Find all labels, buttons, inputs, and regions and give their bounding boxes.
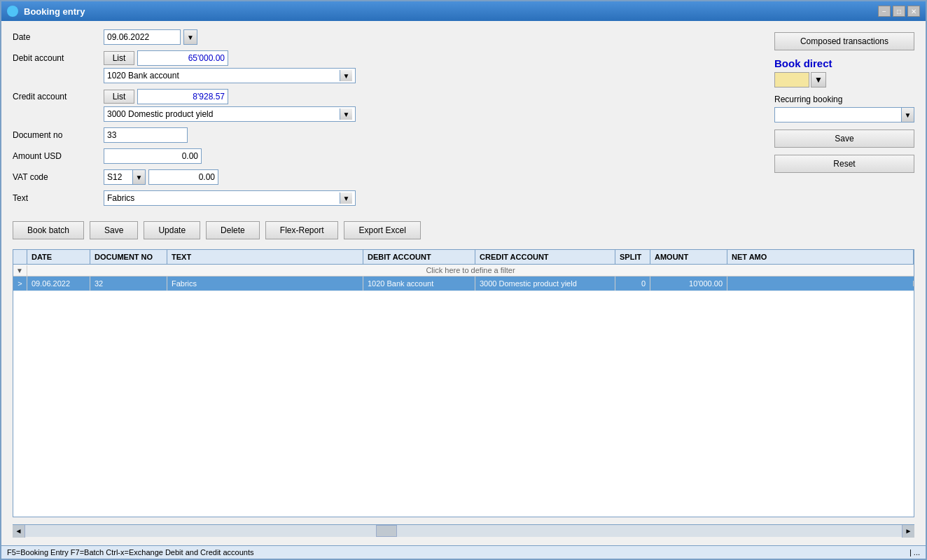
th-document-no: DOCUMENT NO bbox=[90, 250, 167, 264]
th-net-amount: NET AMO bbox=[727, 250, 914, 264]
flex-report-button[interactable]: Flex-Report bbox=[265, 221, 339, 239]
save-button[interactable]: Save bbox=[90, 221, 138, 239]
close-button[interactable]: ✕ bbox=[907, 6, 920, 17]
row-indicator: > bbox=[13, 276, 27, 290]
date-label: Date bbox=[13, 32, 104, 42]
text-value: Fabrics bbox=[107, 193, 340, 203]
minimize-button[interactable]: − bbox=[878, 6, 891, 17]
composed-transactions-button[interactable]: Composed transactions bbox=[774, 32, 914, 50]
main-window: Booking entry − □ ✕ Date ▼ bbox=[0, 0, 927, 560]
scroll-thumb[interactable] bbox=[376, 525, 397, 537]
filter-icon: ▼ bbox=[13, 265, 27, 276]
title-bar-left: Booking entry bbox=[7, 6, 85, 17]
text-label: Text bbox=[13, 193, 104, 203]
window-title: Booking entry bbox=[24, 6, 85, 17]
amount-row: Amount USD bbox=[13, 148, 760, 164]
debit-account-arrow[interactable]: ▼ bbox=[340, 70, 352, 81]
th-amount: AMOUNT bbox=[650, 250, 727, 264]
credit-amount-field[interactable] bbox=[137, 89, 228, 104]
book-direct-label: Book direct bbox=[774, 57, 914, 69]
maximize-button[interactable]: □ bbox=[893, 6, 905, 17]
cell-net-amount bbox=[727, 281, 914, 286]
status-right: | ... bbox=[909, 548, 920, 556]
debit-account-row: Debit account List 1020 Bank account ▼ bbox=[13, 50, 760, 83]
document-no-label: Document no bbox=[13, 130, 104, 140]
recurring-booking-section: Recurring booking ▼ bbox=[774, 94, 914, 122]
delete-button[interactable]: Delete bbox=[206, 221, 260, 239]
cell-debit-account: 1020 Bank account bbox=[363, 276, 475, 290]
amount-input[interactable] bbox=[104, 148, 202, 164]
date-row: Date ▼ bbox=[13, 29, 760, 45]
credit-list-button[interactable]: List bbox=[104, 90, 134, 104]
text-dropdown[interactable]: Fabrics ▼ bbox=[104, 190, 356, 206]
date-controls: ▼ bbox=[104, 29, 197, 45]
book-direct-section: Book direct ▼ bbox=[774, 57, 914, 88]
debit-list-controls: List bbox=[104, 50, 228, 66]
main-content: Date ▼ Debit account List bbox=[1, 21, 926, 545]
th-date: DATE bbox=[27, 250, 90, 264]
content-area: Date ▼ Debit account List bbox=[1, 21, 926, 545]
recurring-dropdown-arrow[interactable]: ▼ bbox=[901, 108, 914, 122]
cell-document-no: 32 bbox=[90, 276, 167, 290]
data-table: DATE DOCUMENT NO TEXT DEBIT ACCOUNT CRED… bbox=[13, 249, 914, 517]
form-area: Date ▼ Debit account List bbox=[13, 29, 914, 211]
text-arrow[interactable]: ▼ bbox=[340, 192, 352, 204]
status-text: F5=Booking Entry F7=Batch Ctrl-x=Exchang… bbox=[7, 548, 254, 556]
date-input[interactable] bbox=[104, 29, 181, 45]
horizontal-scrollbar: ◄ ► bbox=[13, 524, 914, 537]
credit-account-value: 3000 Domestic product yield bbox=[107, 109, 340, 119]
vat-code-arrow[interactable]: ▼ bbox=[132, 170, 145, 184]
debit-list-button[interactable]: List bbox=[104, 51, 134, 65]
debit-account-value: 1020 Bank account bbox=[107, 71, 340, 80]
credit-account-dropdown[interactable]: 3000 Domestic product yield ▼ bbox=[104, 106, 356, 122]
export-excel-button[interactable]: Export Excel bbox=[344, 221, 420, 239]
cell-text: Fabrics bbox=[167, 276, 363, 290]
th-split: SPLIT bbox=[615, 250, 650, 264]
scroll-left-button[interactable]: ◄ bbox=[13, 525, 25, 538]
vat-code-row: VAT code S12 ▼ bbox=[13, 169, 760, 185]
book-direct-control: ▼ bbox=[774, 72, 914, 88]
filter-row[interactable]: ▼ Click here to define a filter bbox=[13, 265, 914, 276]
document-no-row: Document no bbox=[13, 127, 760, 143]
scroll-track[interactable] bbox=[25, 525, 902, 537]
cell-amount: 10'000.00 bbox=[650, 276, 727, 290]
book-batch-button[interactable]: Book batch bbox=[13, 221, 84, 239]
th-indicator bbox=[13, 250, 27, 264]
vat-code-label: VAT code bbox=[13, 172, 104, 182]
vat-amount-input[interactable] bbox=[148, 169, 218, 185]
debit-amount-field[interactable] bbox=[137, 50, 228, 66]
th-text: TEXT bbox=[167, 250, 363, 264]
credit-account-arrow[interactable]: ▼ bbox=[340, 108, 352, 120]
vat-controls: S12 ▼ bbox=[104, 169, 218, 185]
title-bar: Booking entry − □ ✕ bbox=[1, 1, 926, 21]
cell-credit-account: 3000 Domestic product yield bbox=[475, 276, 615, 290]
app-icon bbox=[7, 6, 18, 17]
form-left: Date ▼ Debit account List bbox=[13, 29, 760, 211]
table-body: > 09.06.2022 32 Fabrics 1020 Bank accoun… bbox=[13, 276, 914, 517]
book-direct-color-box[interactable] bbox=[774, 72, 809, 88]
right-save-button[interactable]: Save bbox=[774, 130, 914, 148]
recurring-booking-label: Recurring booking bbox=[774, 94, 914, 104]
update-button[interactable]: Update bbox=[144, 221, 200, 239]
toolbar: Book batch Save Update Delete Flex-Repor… bbox=[13, 218, 914, 242]
document-no-input[interactable] bbox=[104, 127, 188, 143]
status-bar: F5=Booking Entry F7=Batch Ctrl-x=Exchang… bbox=[1, 545, 926, 559]
vat-code-dropdown[interactable]: S12 ▼ bbox=[104, 169, 146, 185]
vat-code-value: S12 bbox=[104, 171, 132, 183]
title-bar-buttons: − □ ✕ bbox=[878, 6, 920, 17]
form-right: Composed transactions Book direct ▼ Recu… bbox=[774, 29, 914, 211]
scroll-right-button[interactable]: ► bbox=[902, 525, 914, 538]
table-row[interactable]: > 09.06.2022 32 Fabrics 1020 Bank accoun… bbox=[13, 276, 914, 291]
th-credit-account: CREDIT ACCOUNT bbox=[475, 250, 615, 264]
book-direct-color-button[interactable]: ▼ bbox=[811, 72, 826, 88]
amount-label: Amount USD bbox=[13, 151, 104, 161]
credit-account-label: Credit account bbox=[13, 92, 104, 102]
filter-text[interactable]: Click here to define a filter bbox=[27, 265, 914, 276]
date-dropdown-arrow[interactable]: ▼ bbox=[183, 29, 197, 45]
right-reset-button[interactable]: Reset bbox=[774, 155, 914, 173]
debit-account-dropdown[interactable]: 1020 Bank account ▼ bbox=[104, 68, 356, 83]
cell-date: 09.06.2022 bbox=[27, 276, 90, 290]
cell-split: 0 bbox=[615, 276, 650, 290]
table-header: DATE DOCUMENT NO TEXT DEBIT ACCOUNT CRED… bbox=[13, 250, 914, 265]
credit-list-controls: List bbox=[104, 89, 228, 104]
